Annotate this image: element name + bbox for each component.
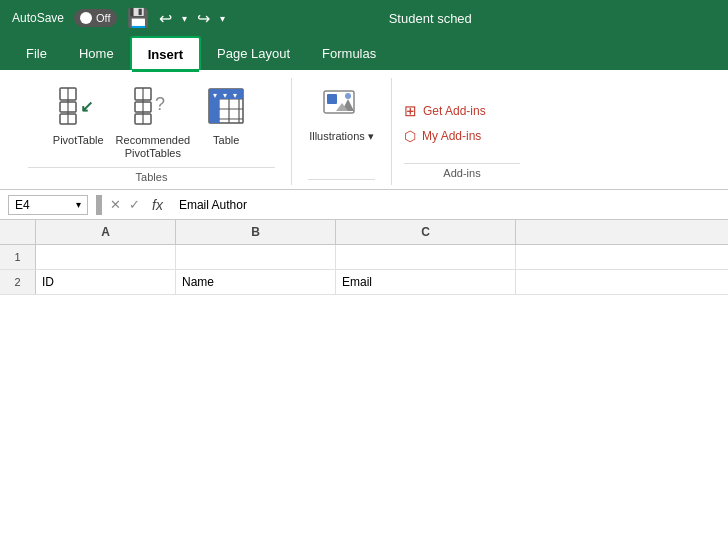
formula-fx-label: fx [144, 197, 171, 213]
svg-text:▾: ▾ [213, 91, 217, 100]
my-addins-icon: ⬡ [404, 128, 416, 144]
ribbon-item-recommended-pivot[interactable]: ? Recommended PivotTables [116, 82, 191, 160]
svg-text:↙: ↙ [80, 98, 93, 115]
ribbon-item-table[interactable]: ▾ ▾ ▾ Table [202, 82, 250, 147]
illustrations-items: Illustrations ▾ [309, 78, 374, 179]
formula-cancel-icon[interactable]: ✕ [110, 197, 121, 212]
cell-a2[interactable]: ID [36, 270, 176, 294]
table-label: Table [213, 134, 239, 147]
ribbon-section-addins: ⊞ Get Add-ins ⬡ My Add-ins Add-ins [392, 78, 532, 185]
formula-divider [96, 195, 102, 215]
cell-b1[interactable] [176, 245, 336, 269]
formula-icons: ✕ ✓ [110, 197, 140, 212]
illustrations-icon [319, 82, 363, 126]
save-icon[interactable]: 💾 [127, 7, 149, 29]
col-header-a: A [36, 220, 176, 244]
toggle-state: Off [96, 12, 110, 24]
illustrations-chevron: ▾ [368, 130, 374, 142]
ribbon-item-pivot-table[interactable]: ↙ PivotTable [53, 82, 104, 147]
get-addins-label: Get Add-ins [423, 104, 486, 118]
cell-b2[interactable]: Name [176, 270, 336, 294]
formula-input[interactable] [175, 196, 720, 214]
undo-dropdown-icon[interactable]: ▾ [182, 13, 187, 24]
svg-text:▾: ▾ [233, 91, 237, 100]
ribbon-item-my-addins[interactable]: ⬡ My Add-ins [404, 128, 520, 144]
cell-a1[interactable] [36, 245, 176, 269]
tab-home[interactable]: Home [63, 36, 130, 70]
tab-page-layout[interactable]: Page Layout [201, 36, 306, 70]
cell-c2[interactable]: Email [336, 270, 516, 294]
svg-rect-18 [209, 99, 219, 123]
cell-c1[interactable] [336, 245, 516, 269]
undo-icon[interactable]: ↩ [159, 9, 172, 28]
tab-file[interactable]: File [10, 36, 63, 70]
cell-ref-dropdown[interactable]: ▾ [76, 199, 81, 210]
addins-items: ⊞ Get Add-ins ⬡ My Add-ins [404, 82, 520, 163]
col-header-c: C [336, 220, 516, 244]
tab-formulas[interactable]: Formulas [306, 36, 392, 70]
my-addins-label: My Add-ins [422, 129, 481, 143]
ribbon-tabs: File Home Insert Page Layout Formulas [0, 36, 728, 70]
cell-reference-box[interactable]: E4 ▾ [8, 195, 88, 215]
col-header-b: B [176, 220, 336, 244]
illustrations-section-label [308, 179, 375, 185]
window-title: Student sched [389, 11, 472, 26]
row-num-2: 2 [0, 270, 36, 294]
pivot-table-icon: ↙ [54, 82, 102, 130]
row-num-header [0, 220, 36, 244]
recommended-pivot-icon: ? [129, 82, 177, 130]
pivot-table-label: PivotTable [53, 134, 104, 147]
svg-text:▾: ▾ [223, 91, 227, 100]
autosave-label: AutoSave [12, 11, 64, 25]
tables-section-label: Tables [28, 167, 275, 185]
recommended-pivot-label: Recommended PivotTables [116, 134, 191, 160]
ribbon-body: ↙ PivotTable ? Recommended PivotTables [0, 70, 728, 190]
ribbon-section-tables: ↙ PivotTable ? Recommended PivotTables [12, 78, 292, 185]
quick-access-icon[interactable]: ▾ [220, 13, 225, 24]
get-addins-icon: ⊞ [404, 102, 417, 120]
svg-rect-23 [327, 94, 337, 104]
title-bar-left: AutoSave Off 💾 ↩ ▾ ↪ ▾ [12, 7, 225, 29]
autosave-toggle[interactable]: Off [74, 9, 116, 27]
table-row: 1 [0, 245, 728, 270]
tab-insert[interactable]: Insert [130, 36, 201, 70]
title-bar: AutoSave Off 💾 ↩ ▾ ↪ ▾ Student sched [0, 0, 728, 36]
toggle-circle [80, 12, 92, 24]
formula-confirm-icon[interactable]: ✓ [129, 197, 140, 212]
ribbon-item-illustrations[interactable]: Illustrations ▾ [309, 82, 374, 143]
tables-items: ↙ PivotTable ? Recommended PivotTables [53, 78, 250, 167]
illustrations-label: Illustrations ▾ [309, 130, 374, 143]
ribbon-section-illustrations: Illustrations ▾ [292, 78, 392, 185]
row-num-1: 1 [0, 245, 36, 269]
addins-section-label: Add-ins [404, 163, 520, 181]
svg-text:?: ? [155, 94, 165, 114]
spreadsheet: A B C 1 2 ID Name Email [0, 220, 728, 295]
formula-bar: E4 ▾ ✕ ✓ fx [0, 190, 728, 220]
table-icon: ▾ ▾ ▾ [202, 82, 250, 130]
svg-point-26 [345, 93, 351, 99]
column-headers: A B C [0, 220, 728, 245]
cell-ref-value: E4 [15, 198, 30, 212]
ribbon-item-get-addins[interactable]: ⊞ Get Add-ins [404, 102, 520, 120]
redo-icon[interactable]: ↪ [197, 9, 210, 28]
table-row: 2 ID Name Email [0, 270, 728, 295]
